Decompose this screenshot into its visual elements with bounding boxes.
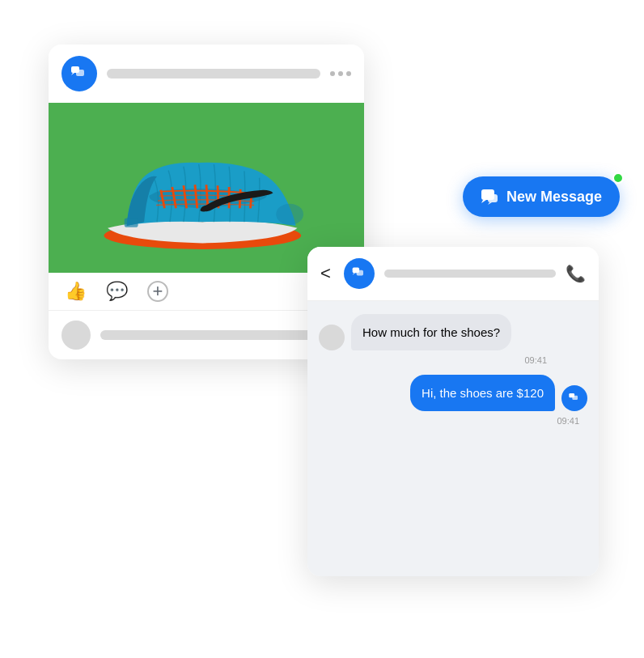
like-button[interactable]: 👍 bbox=[65, 281, 87, 302]
sent-bubble: Hi, the shoes are $120 bbox=[410, 375, 555, 411]
more-actions-button[interactable]: + bbox=[147, 281, 168, 302]
svg-rect-23 bbox=[572, 396, 578, 400]
chat-messages-area: How much for the shoes? 09:41 Hi, the sh… bbox=[307, 301, 599, 576]
svg-marker-18 bbox=[488, 202, 492, 205]
shoe-svg bbox=[85, 119, 328, 257]
svg-rect-20 bbox=[357, 270, 363, 276]
received-timestamp: 09:41 bbox=[319, 355, 587, 365]
received-bubble: How much for the shoes? bbox=[351, 314, 511, 350]
received-avatar bbox=[319, 325, 345, 350]
dot-3 bbox=[346, 71, 351, 76]
post-author-name bbox=[107, 69, 320, 79]
dot-2 bbox=[338, 71, 343, 76]
brand-icon bbox=[70, 64, 89, 83]
message-row-received: How much for the shoes? bbox=[319, 314, 587, 350]
svg-point-13 bbox=[276, 204, 303, 225]
new-message-label: New Message bbox=[506, 189, 602, 206]
back-button[interactable]: < bbox=[320, 263, 331, 284]
message-row-sent: Hi, the shoes are $120 bbox=[319, 375, 587, 411]
sent-avatar-icon bbox=[568, 392, 581, 405]
chat-contact-avatar bbox=[344, 258, 375, 289]
post-more-menu[interactable] bbox=[330, 71, 351, 76]
svg-marker-2 bbox=[71, 73, 74, 75]
chat-contact-name bbox=[384, 270, 556, 278]
sent-avatar bbox=[561, 385, 587, 411]
sent-timestamp: 09:41 bbox=[319, 416, 587, 426]
svg-rect-14 bbox=[125, 219, 138, 227]
comment-button[interactable]: 💬 bbox=[106, 281, 128, 302]
message-icon bbox=[481, 188, 498, 206]
svg-rect-1 bbox=[76, 70, 84, 76]
commenter-avatar bbox=[61, 321, 91, 350]
chat-brand-icon bbox=[351, 265, 367, 282]
notification-dot bbox=[612, 172, 624, 184]
new-message-button[interactable]: New Message bbox=[463, 176, 620, 217]
post-header bbox=[49, 45, 364, 103]
chat-header: < 📞 bbox=[307, 247, 599, 301]
call-button[interactable]: 📞 bbox=[566, 264, 586, 283]
svg-marker-16 bbox=[481, 200, 486, 203]
dot-1 bbox=[330, 71, 335, 76]
svg-marker-21 bbox=[353, 273, 355, 275]
post-avatar bbox=[61, 56, 97, 91]
svg-rect-17 bbox=[488, 194, 498, 202]
chat-card: < 📞 How much for the shoes? 09:41 bbox=[307, 247, 599, 576]
